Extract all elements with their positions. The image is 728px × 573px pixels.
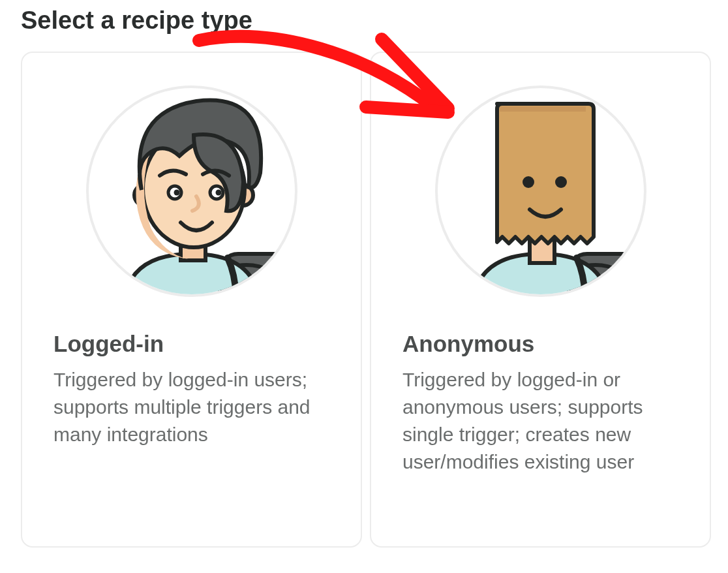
svg-point-15: [523, 176, 534, 188]
card-anonymous[interactable]: Anonymous Triggered by logged-in or anon…: [370, 52, 711, 548]
page-title: Select a recipe type: [21, 7, 711, 35]
anonymous-user-icon: [427, 78, 655, 307]
card-logged-in[interactable]: Logged-in Triggered by logged-in users; …: [21, 52, 362, 548]
card-title: Logged-in: [53, 331, 329, 357]
svg-point-10: [215, 190, 221, 196]
card-description: Triggered by logged-in users; supports m…: [53, 366, 329, 448]
recipe-type-cards: Logged-in Triggered by logged-in users; …: [21, 52, 711, 548]
card-description: Triggered by logged-in or anonymous user…: [402, 366, 678, 476]
svg-point-8: [174, 190, 179, 196]
card-title: Anonymous: [402, 331, 678, 357]
logged-in-user-icon: [78, 78, 306, 307]
svg-point-16: [555, 176, 567, 188]
